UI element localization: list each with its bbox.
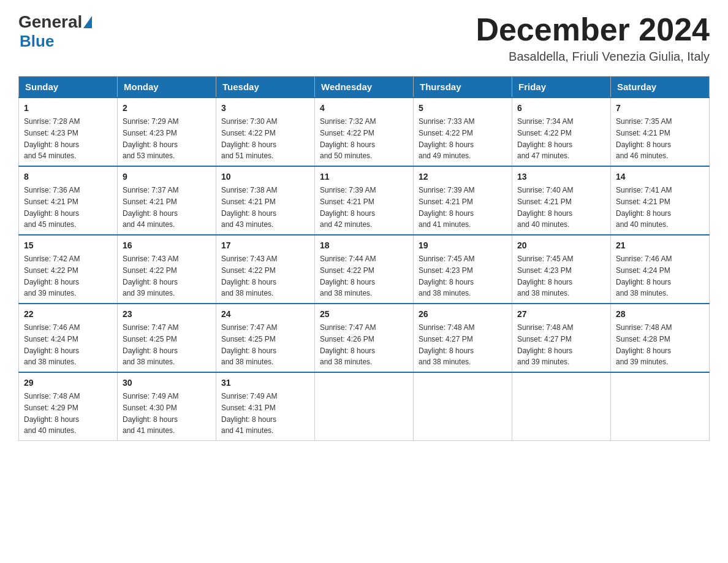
daylight-label: Daylight: 8 hours — [320, 140, 375, 149]
day-cell: 7 Sunrise: 7:35 AM Sunset: 4:21 PM Dayli… — [611, 98, 710, 166]
day-cell: 13 Sunrise: 7:40 AM Sunset: 4:21 PM Dayl… — [512, 166, 611, 235]
day-cell: 15 Sunrise: 7:42 AM Sunset: 4:22 PM Dayl… — [19, 235, 118, 304]
sunset-info: Sunset: 4:21 PM — [123, 197, 177, 206]
sunset-info: Sunset: 4:31 PM — [221, 404, 276, 412]
day-cell: 3 Sunrise: 7:30 AM Sunset: 4:22 PM Dayli… — [216, 98, 315, 166]
daylight-label: Daylight: 8 hours — [123, 347, 178, 355]
sunset-info: Sunset: 4:26 PM — [320, 335, 374, 343]
day-number: 9 — [123, 170, 211, 183]
daylight-label: Daylight: 8 hours — [517, 209, 572, 218]
daylight-value: and 49 minutes. — [419, 151, 471, 160]
sunrise-info: Sunrise: 7:45 AM — [419, 255, 474, 263]
daylight-label: Daylight: 8 hours — [24, 278, 79, 286]
sunrise-info: Sunrise: 7:49 AM — [221, 392, 277, 400]
day-number: 23 — [123, 308, 211, 321]
daylight-value: and 38 minutes. — [221, 289, 273, 297]
sunset-info: Sunset: 4:22 PM — [221, 266, 276, 275]
daylight-label: Daylight: 8 hours — [419, 278, 474, 286]
day-cell: 25 Sunrise: 7:47 AM Sunset: 4:26 PM Dayl… — [315, 304, 414, 372]
day-number: 1 — [24, 102, 112, 115]
sunrise-info: Sunrise: 7:29 AM — [123, 117, 178, 126]
day-cell: 30 Sunrise: 7:49 AM Sunset: 4:30 PM Dayl… — [118, 372, 216, 441]
sunset-info: Sunset: 4:25 PM — [221, 335, 276, 343]
day-number: 26 — [419, 308, 507, 321]
daylight-label: Daylight: 8 hours — [320, 347, 375, 355]
sunset-info: Sunset: 4:24 PM — [24, 335, 78, 343]
sunrise-info: Sunrise: 7:38 AM — [221, 186, 277, 194]
sunrise-info: Sunrise: 7:36 AM — [24, 186, 80, 194]
daylight-label: Daylight: 8 hours — [221, 347, 276, 355]
day-cell: 16 Sunrise: 7:43 AM Sunset: 4:22 PM Dayl… — [118, 235, 216, 304]
day-cell: 17 Sunrise: 7:43 AM Sunset: 4:22 PM Dayl… — [216, 235, 315, 304]
daylight-label: Daylight: 8 hours — [24, 140, 79, 149]
daylight-value: and 38 minutes. — [517, 289, 569, 297]
daylight-value: and 53 minutes. — [123, 151, 175, 160]
day-number: 18 — [320, 239, 408, 252]
day-cell: 1 Sunrise: 7:28 AM Sunset: 4:23 PM Dayli… — [19, 98, 118, 166]
day-number: 28 — [616, 308, 704, 321]
day-number: 27 — [517, 308, 605, 321]
sunrise-info: Sunrise: 7:47 AM — [221, 323, 277, 332]
day-number: 7 — [616, 102, 704, 115]
daylight-label: Daylight: 8 hours — [616, 278, 671, 286]
daylight-value: and 41 minutes. — [221, 426, 273, 435]
day-number: 12 — [419, 170, 507, 183]
logo-blue: Blue — [20, 32, 54, 51]
daylight-label: Daylight: 8 hours — [320, 278, 375, 286]
daylight-label: Daylight: 8 hours — [517, 140, 572, 149]
sunset-info: Sunset: 4:22 PM — [320, 266, 374, 275]
sunrise-info: Sunrise: 7:33 AM — [419, 117, 474, 126]
day-number: 20 — [517, 239, 605, 252]
daylight-label: Daylight: 8 hours — [221, 415, 276, 424]
daylight-label: Daylight: 8 hours — [221, 278, 276, 286]
sunset-info: Sunset: 4:29 PM — [24, 404, 78, 412]
day-cell: 4 Sunrise: 7:32 AM Sunset: 4:22 PM Dayli… — [315, 98, 414, 166]
day-cell — [611, 372, 710, 441]
daylight-label: Daylight: 8 hours — [123, 209, 178, 218]
sunset-info: Sunset: 4:21 PM — [616, 129, 670, 137]
day-cell: 14 Sunrise: 7:41 AM Sunset: 4:21 PM Dayl… — [611, 166, 710, 235]
day-number: 13 — [517, 170, 605, 183]
day-number: 5 — [419, 102, 507, 115]
sunset-info: Sunset: 4:25 PM — [123, 335, 177, 343]
day-cell: 20 Sunrise: 7:45 AM Sunset: 4:23 PM Dayl… — [512, 235, 611, 304]
daylight-value: and 43 minutes. — [221, 220, 273, 229]
daylight-value: and 54 minutes. — [24, 151, 76, 160]
day-number: 14 — [616, 170, 704, 183]
daylight-label: Daylight: 8 hours — [221, 209, 276, 218]
day-number: 11 — [320, 170, 408, 183]
sunset-info: Sunset: 4:23 PM — [517, 266, 572, 275]
sunset-info: Sunset: 4:22 PM — [517, 129, 572, 137]
daylight-label: Daylight: 8 hours — [517, 347, 572, 355]
daylight-value: and 39 minutes. — [123, 289, 175, 297]
sunrise-info: Sunrise: 7:40 AM — [517, 186, 573, 194]
daylight-label: Daylight: 8 hours — [123, 278, 178, 286]
page-header: General Blue December 2024 Basaldella, F… — [18, 12, 710, 64]
daylight-value: and 41 minutes. — [123, 426, 175, 435]
day-cell: 26 Sunrise: 7:48 AM Sunset: 4:27 PM Dayl… — [414, 304, 512, 372]
day-cell: 6 Sunrise: 7:34 AM Sunset: 4:22 PM Dayli… — [512, 98, 611, 166]
sunrise-info: Sunrise: 7:45 AM — [517, 255, 573, 263]
logo-general: General — [18, 12, 82, 32]
sunset-info: Sunset: 4:21 PM — [419, 197, 473, 206]
daylight-label: Daylight: 8 hours — [517, 278, 572, 286]
day-cell — [414, 372, 512, 441]
sunset-info: Sunset: 4:23 PM — [123, 129, 177, 137]
daylight-label: Daylight: 8 hours — [123, 415, 178, 424]
calendar-table: Sunday Monday Tuesday Wednesday Thursday… — [18, 76, 710, 441]
day-number: 15 — [24, 239, 112, 252]
day-number: 25 — [320, 308, 408, 321]
sunset-info: Sunset: 4:27 PM — [517, 335, 572, 343]
sunrise-info: Sunrise: 7:49 AM — [123, 392, 178, 400]
logo: General Blue — [18, 12, 93, 51]
sunset-info: Sunset: 4:22 PM — [221, 129, 276, 137]
daylight-value: and 38 minutes. — [320, 358, 372, 366]
day-cell: 29 Sunrise: 7:48 AM Sunset: 4:29 PM Dayl… — [19, 372, 118, 441]
sunrise-info: Sunrise: 7:37 AM — [123, 186, 178, 194]
daylight-value: and 39 minutes. — [24, 289, 76, 297]
day-number: 29 — [24, 377, 112, 389]
daylight-value: and 38 minutes. — [320, 289, 372, 297]
sunset-info: Sunset: 4:21 PM — [616, 197, 670, 206]
week-row-1: 1 Sunrise: 7:28 AM Sunset: 4:23 PM Dayli… — [19, 98, 710, 166]
day-cell: 18 Sunrise: 7:44 AM Sunset: 4:22 PM Dayl… — [315, 235, 414, 304]
